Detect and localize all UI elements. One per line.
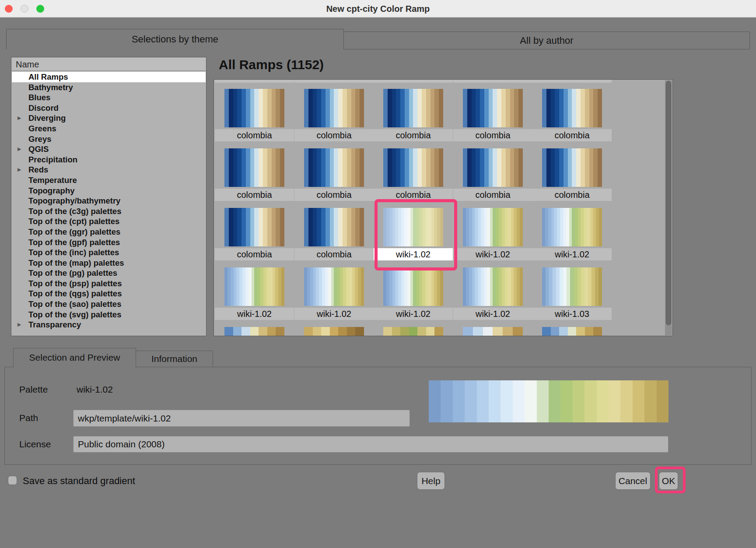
ramp-label[interactable]: colombia [374,189,453,201]
tree-item-qgis[interactable]: ▶QGIS [12,144,206,155]
expand-arrow-icon[interactable]: ▶ [18,320,21,330]
ramp-label[interactable]: colombia [374,129,453,141]
ramp-swatch-wiki-1.02[interactable] [224,267,284,306]
ramp-label[interactable]: colombia [294,248,374,260]
tree-item-top-of-the-pg-palettes[interactable]: Top of the (pg) palettes [12,268,206,278]
ramp-swatch-wiki-1.02[interactable] [383,208,443,246]
ramp-swatch-partial2[interactable] [304,327,364,336]
ramp-grid-panel: wiki-...wiki-...wiki-...wiki-...wiki-...… [214,79,673,336]
ramp-label[interactable]: wiki-1.03 [532,308,612,320]
ramp-label[interactable]: wiki-1.02 [215,308,294,320]
tree-item-label: All Ramps [28,72,68,82]
tree-item-top-of-the-sao-palettes[interactable]: Top of the (sao) palettes [12,299,206,309]
ramp-label[interactable]: wiki-... [532,79,612,83]
tree-item-diverging[interactable]: ▶Diverging [12,113,206,123]
expand-arrow-icon[interactable]: ▶ [18,113,21,123]
tree-item-discord[interactable]: Discord [12,103,206,113]
ramp-label[interactable]: colombia [453,129,532,141]
ramp-swatch-partial3[interactable] [383,327,443,336]
ramp-swatch-wiki-1.02[interactable] [304,267,364,306]
ramp-label[interactable]: wiki-1.02 [532,248,612,260]
ramps-heading: All Ramps (1152) [219,57,324,72]
ramp-label[interactable]: colombia [294,129,374,141]
ramp-swatch-colombia[interactable] [542,148,602,187]
ramp-label[interactable]: colombia [532,129,612,141]
tree-item-all-ramps[interactable]: All Ramps [12,72,206,82]
ramp-label[interactable]: colombia [453,189,532,201]
ramp-swatch-wiki-1.03[interactable] [542,267,602,306]
tree-item-reds[interactable]: ▶Reds [12,165,206,175]
tree-item-blues[interactable]: Blues [12,92,206,103]
tree-item-label: Top of the (c3g) palettes [28,206,121,217]
ramp-swatch-colombia[interactable] [304,89,364,127]
tree-item-topography[interactable]: Topography [12,186,206,196]
ramp-label[interactable]: wiki-... [294,79,374,83]
tree-item-precipitation[interactable]: Precipitation [12,155,206,165]
ramp-label[interactable]: colombia [215,129,294,141]
ramp-swatch-wiki-1.02[interactable] [542,208,602,246]
tree-item-transparency[interactable]: ▶Transparency [12,320,206,330]
ramp-label[interactable]: colombia [215,248,294,260]
cancel-button[interactable]: Cancel [615,472,651,490]
ramp-label[interactable]: colombia [294,189,374,201]
ramp-label[interactable]: wiki-1.02 [374,308,453,320]
tree-item-label: Top of the (pg) palettes [28,268,117,278]
tab-selection-and-preview[interactable]: Selection and Preview [13,348,136,367]
tree-item-bathymetry[interactable]: Bathymetry [12,82,206,93]
ramp-swatch-wiki-1.02[interactable] [383,267,443,306]
tab-all-by-author-label: All by author [520,35,573,46]
tree-item-top-of-the-cpt-palettes[interactable]: Top of the (cpt) palettes [12,216,206,227]
ramp-label[interactable]: wiki-... [453,79,532,83]
ramp-label[interactable]: wiki-1.02 [294,308,374,320]
ramp-swatch-colombia[interactable] [383,148,443,187]
tree-item-top-of-the-gpf-palettes[interactable]: Top of the (gpf) palettes [12,237,206,248]
ramp-swatch-wiki-1.02[interactable] [463,208,523,246]
ramp-label[interactable]: colombia [532,189,612,201]
grid-scrollbar-thumb[interactable] [666,81,671,325]
ramp-label[interactable]: wiki-... [374,79,453,83]
tree-item-greys[interactable]: Greys [12,134,206,144]
ramp-swatch-colombia[interactable] [542,89,602,127]
ramp-swatch-partial4[interactable] [463,327,523,336]
expand-arrow-icon[interactable]: ▶ [18,144,21,155]
license-input[interactable] [73,436,668,453]
ramp-swatch-colombia[interactable] [304,148,364,187]
ramp-swatch-colombia[interactable] [463,89,523,127]
tree-item-top-of-the-svg-palettes[interactable]: Top of the (svg) palettes [12,309,206,320]
tree-item-temperature[interactable]: Temperature [12,175,206,186]
palette-value: wiki-1.02 [77,384,113,395]
tree-item-top-of-the-ggr-palettes[interactable]: Top of the (ggr) palettes [12,227,206,237]
save-gradient-checkbox[interactable] [8,476,17,485]
ramp-swatch-colombia[interactable] [304,208,364,246]
ramp-swatch-colombia[interactable] [224,208,284,246]
help-button[interactable]: Help [417,472,445,490]
tree-item-top-of-the-c3g-palettes[interactable]: Top of the (c3g) palettes [12,206,206,217]
tab-information[interactable]: Information [136,351,213,367]
ramp-swatch-partial5[interactable] [542,327,602,336]
tree-item-top-of-the-map-palettes[interactable]: Top of the (map) palettes [12,258,206,268]
ramp-label[interactable]: wiki-1.02 [453,308,532,320]
ramp-swatch-colombia[interactable] [224,89,284,127]
ramp-swatch-colombia[interactable] [383,89,443,127]
ok-button[interactable]: OK [659,472,678,490]
ramp-label[interactable]: colombia [215,189,294,201]
tree-item-top-of-the-qgs-palettes[interactable]: Top of the (qgs) palettes [12,288,206,299]
tree-item-topography-bathymetry[interactable]: Topography/bathymetry [12,196,206,206]
ramp-label[interactable]: wiki-... [215,79,294,83]
path-input[interactable] [73,410,410,427]
tree-item-label: Precipitation [28,155,77,165]
ramp-label[interactable]: wiki-1.02 [374,248,453,260]
tab-selections-by-theme[interactable]: Selections by theme [6,29,344,49]
tree-item-top-of-the-inc-palettes[interactable]: Top of the (inc) palettes [12,247,206,258]
tree-item-greens[interactable]: Greens [12,123,206,134]
expand-arrow-icon[interactable]: ▶ [18,165,21,175]
ramp-label[interactable]: wiki-1.02 [453,248,532,260]
ramp-swatch-partial1[interactable] [224,327,284,336]
tab-all-by-author[interactable]: All by author [343,32,750,49]
ramp-swatch-wiki-1.02[interactable] [463,267,523,306]
ramp-swatch-colombia[interactable] [463,148,523,187]
ramp-swatch-colombia[interactable] [224,148,284,187]
tree-item-label: Top of the (map) palettes [28,258,124,268]
save-gradient-checkbox-label: Save as standard gradient [23,475,135,487]
tree-item-top-of-the-psp-palettes[interactable]: Top of the (psp) palettes [12,278,206,289]
